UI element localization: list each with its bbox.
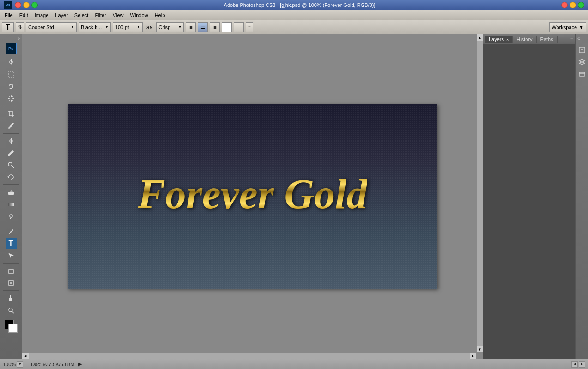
tool-separator-6: [3, 290, 19, 291]
crop-tool[interactable]: [6, 108, 17, 119]
scroll-up-btn[interactable]: ▲: [477, 34, 483, 41]
menu-view[interactable]: View: [110, 12, 127, 19]
notes-tool[interactable]: [6, 277, 17, 289]
canvas-area: Forever Gold ▲ ▼ ◄ ►: [22, 34, 483, 359]
layers-panel-btn[interactable]: [577, 57, 587, 67]
align-left-btn[interactable]: ≡: [186, 22, 196, 32]
canvas-text: Forever Gold: [138, 170, 367, 218]
svg-rect-17: [9, 280, 13, 286]
lasso-tool[interactable]: [6, 81, 17, 92]
svg-rect-2: [11, 100, 12, 102]
svg-rect-6: [12, 96, 13, 97]
panel-content: [483, 44, 575, 359]
eyedropper-tool[interactable]: [6, 120, 17, 131]
tab-paths[interactable]: Paths: [537, 36, 558, 43]
svg-rect-7: [9, 100, 10, 101]
menu-image[interactable]: Image: [32, 12, 52, 19]
svg-rect-1: [11, 95, 12, 97]
menu-filter[interactable]: Filter: [92, 12, 109, 19]
scroll-left-btn[interactable]: ◄: [22, 353, 29, 359]
status-separator: [27, 361, 27, 368]
maximize-btn-right[interactable]: [578, 2, 584, 8]
svg-rect-13: [8, 203, 14, 206]
type-tool[interactable]: T: [6, 238, 17, 249]
minimize-btn[interactable]: [23, 2, 30, 8]
svg-point-9: [8, 127, 10, 129]
background-color[interactable]: [8, 324, 18, 333]
warp-text-btn[interactable]: ⌒: [234, 22, 244, 32]
text-color-swatch[interactable]: [222, 22, 232, 32]
zoom-tool[interactable]: [6, 305, 17, 316]
brush-tool[interactable]: [6, 148, 17, 159]
align-right-btn[interactable]: ≡: [210, 22, 220, 32]
font-style-select[interactable]: Black It... ▼: [79, 22, 111, 32]
tool-separator-3: [3, 184, 19, 185]
far-panel-collapse[interactable]: «: [577, 36, 580, 41]
menu-select[interactable]: Select: [72, 12, 91, 19]
svg-rect-4: [12, 98, 14, 99]
eraser-tool[interactable]: [6, 187, 17, 198]
minimize-btn-right[interactable]: [570, 2, 576, 8]
font-size-select[interactable]: 100 pt ▼: [113, 22, 143, 32]
gradient-tool[interactable]: [6, 199, 17, 210]
history-brush-tool[interactable]: [6, 172, 17, 183]
maximize-btn[interactable]: [31, 2, 38, 8]
menu-layer[interactable]: Layer: [52, 12, 71, 19]
tab-layers[interactable]: Layers ×: [485, 36, 513, 43]
canvas: Forever Gold: [68, 104, 437, 289]
menu-file[interactable]: File: [2, 12, 16, 19]
menu-window[interactable]: Window: [127, 12, 151, 19]
tool-separator-4: [3, 224, 19, 224]
aa-method-select[interactable]: Crisp ▼: [156, 22, 184, 32]
main-layout: » Ps: [0, 34, 588, 359]
move-tool[interactable]: [6, 57, 17, 68]
scroll-down-btn[interactable]: ▼: [477, 346, 483, 352]
timeline-prev-btn[interactable]: ◄: [571, 361, 578, 368]
scroll-right-btn[interactable]: ►: [470, 353, 476, 359]
timeline-next-btn[interactable]: ►: [579, 361, 585, 368]
tab-history[interactable]: History: [513, 36, 536, 43]
dodge-tool[interactable]: [6, 211, 17, 222]
vertical-scrollbar[interactable]: ▲ ▼: [476, 34, 483, 352]
horizontal-scrollbar[interactable]: ◄ ►: [22, 352, 476, 359]
shape-tool[interactable]: [6, 265, 17, 277]
healing-tool[interactable]: [6, 135, 17, 147]
pen-tool[interactable]: [6, 226, 17, 237]
tool-separator-1: [3, 106, 19, 106]
info-panel-btn[interactable]: [577, 69, 587, 79]
ps-logo: Ps: [4, 1, 12, 9]
svg-rect-0: [8, 72, 14, 77]
font-family-select[interactable]: Cooper Std ▼: [26, 22, 77, 32]
doc-size: Doc: 937.5K/5.88M: [31, 362, 74, 367]
path-select-tool[interactable]: [6, 250, 17, 261]
close-layers-tab[interactable]: ×: [506, 37, 509, 42]
workspace-btn[interactable]: Workspace▼: [549, 22, 586, 32]
char-panel-btn[interactable]: ≡: [246, 22, 253, 32]
close-btn[interactable]: [15, 2, 21, 8]
svg-point-11: [8, 162, 12, 166]
hand-tool[interactable]: [6, 293, 17, 304]
text-orientation-btn[interactable]: ⇅: [16, 22, 24, 32]
tool-separator-5: [3, 263, 19, 264]
close-btn-right[interactable]: [561, 2, 568, 8]
svg-point-14: [10, 215, 12, 217]
title-bar: Ps Adobe Photoshop CS3 - [gjhk.psd @ 100…: [0, 0, 588, 10]
marquee-tool[interactable]: [6, 69, 17, 80]
menu-help[interactable]: Help: [152, 12, 168, 19]
zoom-btn[interactable]: ▼: [17, 361, 23, 368]
menu-edit[interactable]: Edit: [17, 12, 31, 19]
tools-panel-btn[interactable]: [577, 45, 587, 55]
panel-menu-btn[interactable]: ≡: [570, 37, 573, 42]
zoom-level: 100%: [3, 362, 16, 367]
options-bar: T ⇅ Cooper Std ▼ Black It... ▼ 100 pt ▼ …: [0, 20, 588, 34]
foreground-background: [5, 320, 18, 333]
magic-wand-tool[interactable]: [6, 93, 17, 104]
clone-tool[interactable]: [6, 160, 17, 171]
svg-rect-5: [9, 96, 10, 97]
aa-label: aa: [145, 22, 154, 32]
text-tool-indicator: T: [2, 22, 14, 32]
align-center-btn[interactable]: ☰: [198, 22, 208, 32]
toolbar-collapse[interactable]: »: [17, 36, 20, 41]
doc-arrow[interactable]: ▶: [78, 361, 82, 367]
svg-rect-3: [8, 98, 10, 99]
